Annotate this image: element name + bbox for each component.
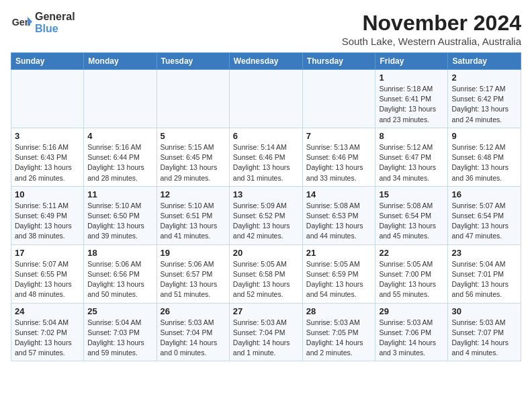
calendar-cell: 21Sunrise: 5:05 AM Sunset: 6:59 PM Dayli…	[302, 244, 375, 303]
day-info: Sunrise: 5:05 AM Sunset: 6:58 PM Dayligh…	[233, 259, 299, 300]
day-info: Sunrise: 5:11 AM Sunset: 6:49 PM Dayligh…	[15, 201, 80, 242]
day-number: 26	[161, 306, 226, 316]
calendar-cell: 2Sunrise: 5:17 AM Sunset: 6:42 PM Daylig…	[448, 70, 521, 128]
day-info: Sunrise: 5:15 AM Sunset: 6:45 PM Dayligh…	[161, 142, 226, 183]
calendar-cell: 23Sunrise: 5:04 AM Sunset: 7:01 PM Dayli…	[448, 244, 521, 303]
day-info: Sunrise: 5:07 AM Sunset: 6:54 PM Dayligh…	[451, 201, 517, 242]
day-number: 7	[306, 131, 372, 141]
calendar-week-4: 24Sunrise: 5:04 AM Sunset: 7:02 PM Dayli…	[11, 303, 521, 361]
day-info: Sunrise: 5:10 AM Sunset: 6:51 PM Dayligh…	[161, 201, 226, 242]
calendar-cell: 30Sunrise: 5:03 AM Sunset: 7:07 PM Dayli…	[448, 303, 521, 361]
calendar-cell: 10Sunrise: 5:11 AM Sunset: 6:49 PM Dayli…	[11, 186, 84, 244]
day-number: 19	[161, 248, 226, 258]
day-info: Sunrise: 5:17 AM Sunset: 6:42 PM Dayligh…	[451, 84, 517, 125]
calendar-cell: 5Sunrise: 5:15 AM Sunset: 6:45 PM Daylig…	[157, 128, 229, 186]
calendar-week-1: 3Sunrise: 5:16 AM Sunset: 6:43 PM Daylig…	[11, 128, 521, 186]
header-cell-tuesday: Tuesday	[157, 53, 229, 70]
calendar-cell: 1Sunrise: 5:18 AM Sunset: 6:41 PM Daylig…	[375, 70, 448, 128]
header-cell-monday: Monday	[84, 53, 157, 70]
day-number: 12	[161, 189, 226, 199]
logo-line1: General	[35, 11, 75, 23]
day-number: 23	[451, 248, 517, 258]
calendar-cell: 16Sunrise: 5:07 AM Sunset: 6:54 PM Dayli…	[448, 186, 521, 244]
day-number: 28	[306, 306, 372, 316]
day-number: 21	[306, 248, 372, 258]
calendar-cell: 4Sunrise: 5:16 AM Sunset: 6:44 PM Daylig…	[84, 128, 157, 186]
day-info: Sunrise: 5:03 AM Sunset: 7:06 PM Dayligh…	[379, 318, 444, 359]
day-number: 4	[87, 131, 152, 141]
calendar-cell	[229, 70, 302, 128]
calendar-cell: 22Sunrise: 5:05 AM Sunset: 7:00 PM Dayli…	[375, 244, 448, 303]
calendar-cell: 6Sunrise: 5:14 AM Sunset: 6:46 PM Daylig…	[229, 128, 302, 186]
day-info: Sunrise: 5:10 AM Sunset: 6:50 PM Dayligh…	[87, 201, 152, 242]
day-info: Sunrise: 5:16 AM Sunset: 6:43 PM Dayligh…	[15, 142, 80, 183]
header-cell-thursday: Thursday	[302, 53, 375, 70]
day-number: 5	[161, 131, 226, 141]
day-info: Sunrise: 5:12 AM Sunset: 6:48 PM Dayligh…	[451, 142, 517, 183]
logo-icon: Gen	[11, 12, 32, 34]
calendar-cell: 25Sunrise: 5:04 AM Sunset: 7:03 PM Dayli…	[84, 303, 157, 361]
day-number: 2	[451, 73, 517, 83]
day-info: Sunrise: 5:08 AM Sunset: 6:54 PM Dayligh…	[379, 201, 444, 242]
day-number: 17	[15, 248, 80, 258]
day-info: Sunrise: 5:03 AM Sunset: 7:07 PM Dayligh…	[451, 318, 517, 359]
calendar-cell: 28Sunrise: 5:03 AM Sunset: 7:05 PM Dayli…	[302, 303, 375, 361]
calendar-cell: 12Sunrise: 5:10 AM Sunset: 6:51 PM Dayli…	[157, 186, 229, 244]
page-title: November 2024	[342, 11, 521, 36]
calendar-cell: 15Sunrise: 5:08 AM Sunset: 6:54 PM Dayli…	[375, 186, 448, 244]
day-number: 22	[379, 248, 444, 258]
day-number: 14	[306, 189, 372, 199]
day-info: Sunrise: 5:12 AM Sunset: 6:47 PM Dayligh…	[379, 142, 444, 183]
day-number: 11	[87, 189, 152, 199]
day-info: Sunrise: 5:04 AM Sunset: 7:03 PM Dayligh…	[87, 318, 152, 359]
day-info: Sunrise: 5:14 AM Sunset: 6:46 PM Dayligh…	[233, 142, 299, 183]
header-cell-friday: Friday	[375, 53, 448, 70]
calendar-cell	[157, 70, 229, 128]
calendar-week-0: 1Sunrise: 5:18 AM Sunset: 6:41 PM Daylig…	[11, 70, 521, 128]
calendar-cell: 26Sunrise: 5:03 AM Sunset: 7:04 PM Dayli…	[157, 303, 229, 361]
header-cell-saturday: Saturday	[448, 53, 521, 70]
calendar-cell	[302, 70, 375, 128]
calendar-body: 1Sunrise: 5:18 AM Sunset: 6:41 PM Daylig…	[11, 70, 521, 361]
calendar-cell: 3Sunrise: 5:16 AM Sunset: 6:43 PM Daylig…	[11, 128, 84, 186]
day-info: Sunrise: 5:08 AM Sunset: 6:53 PM Dayligh…	[306, 201, 372, 242]
day-number: 24	[15, 306, 80, 316]
day-info: Sunrise: 5:04 AM Sunset: 7:01 PM Dayligh…	[451, 259, 517, 300]
calendar-cell: 20Sunrise: 5:05 AM Sunset: 6:58 PM Dayli…	[229, 244, 302, 303]
header-cell-sunday: Sunday	[11, 53, 84, 70]
day-number: 18	[87, 248, 152, 258]
calendar-header: SundayMondayTuesdayWednesdayThursdayFrid…	[11, 53, 521, 70]
header-row: SundayMondayTuesdayWednesdayThursdayFrid…	[11, 53, 521, 70]
calendar-cell: 19Sunrise: 5:06 AM Sunset: 6:57 PM Dayli…	[157, 244, 229, 303]
day-info: Sunrise: 5:07 AM Sunset: 6:55 PM Dayligh…	[15, 259, 80, 300]
calendar-cell: 7Sunrise: 5:13 AM Sunset: 6:46 PM Daylig…	[302, 128, 375, 186]
day-number: 3	[15, 131, 80, 141]
page-subtitle: South Lake, Western Australia, Australia	[342, 36, 521, 47]
day-number: 20	[233, 248, 299, 258]
calendar-cell: 18Sunrise: 5:06 AM Sunset: 6:56 PM Dayli…	[84, 244, 157, 303]
day-number: 30	[451, 306, 517, 316]
calendar-week-2: 10Sunrise: 5:11 AM Sunset: 6:49 PM Dayli…	[11, 186, 521, 244]
day-info: Sunrise: 5:05 AM Sunset: 6:59 PM Dayligh…	[306, 259, 372, 300]
day-info: Sunrise: 5:16 AM Sunset: 6:44 PM Dayligh…	[87, 142, 152, 183]
title-block: November 2024 South Lake, Western Austra…	[342, 11, 521, 47]
day-info: Sunrise: 5:03 AM Sunset: 7:04 PM Dayligh…	[233, 318, 299, 359]
logo: Gen General Blue	[11, 11, 75, 34]
calendar-cell: 29Sunrise: 5:03 AM Sunset: 7:06 PM Dayli…	[375, 303, 448, 361]
calendar-cell: 27Sunrise: 5:03 AM Sunset: 7:04 PM Dayli…	[229, 303, 302, 361]
day-number: 29	[379, 306, 444, 316]
day-number: 10	[15, 189, 80, 199]
day-number: 27	[233, 306, 299, 316]
calendar-cell: 11Sunrise: 5:10 AM Sunset: 6:50 PM Dayli…	[84, 186, 157, 244]
day-number: 16	[451, 189, 517, 199]
logo-text: General Blue	[35, 11, 75, 34]
day-number: 8	[379, 131, 444, 141]
day-number: 6	[233, 131, 299, 141]
day-number: 25	[87, 306, 152, 316]
calendar-cell: 13Sunrise: 5:09 AM Sunset: 6:52 PM Dayli…	[229, 186, 302, 244]
day-number: 13	[233, 189, 299, 199]
calendar-cell: 8Sunrise: 5:12 AM Sunset: 6:47 PM Daylig…	[375, 128, 448, 186]
day-info: Sunrise: 5:03 AM Sunset: 7:05 PM Dayligh…	[306, 318, 372, 359]
page-header: Gen General Blue November 2024 South Lak…	[11, 11, 521, 47]
calendar-cell: 17Sunrise: 5:07 AM Sunset: 6:55 PM Dayli…	[11, 244, 84, 303]
